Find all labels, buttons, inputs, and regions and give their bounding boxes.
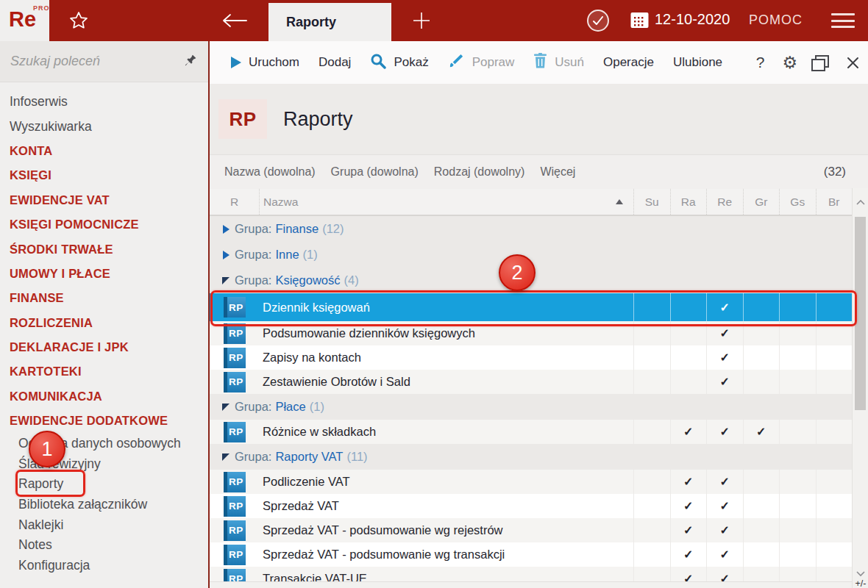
sidebar-item-komunikacja[interactable]: KOMUNIKACJA xyxy=(0,384,208,409)
sidebar-item-wyszukiwarka[interactable]: Wyszukiwarka xyxy=(0,114,208,138)
favorites-button[interactable]: Ulubione xyxy=(664,41,732,84)
help-menu[interactable]: POMOC xyxy=(749,12,803,28)
help-button[interactable]: ? xyxy=(747,54,774,71)
run-button[interactable]: Uruchom xyxy=(221,41,309,84)
sidebar-item-finanse[interactable]: FINANSE xyxy=(0,286,208,310)
horizontal-scrollbar[interactable] xyxy=(210,581,852,588)
cell-su xyxy=(633,542,670,567)
sidebar-item-srodki-trwale[interactable]: ŚRODKI TRWAŁE xyxy=(0,237,208,261)
add-button[interactable]: Dodaj xyxy=(309,41,360,84)
vertical-scrollbar[interactable]: +/- xyxy=(852,188,868,588)
group-row-inne[interactable]: Grupa:Inne(1) xyxy=(210,242,868,268)
sync-status-icon[interactable] xyxy=(587,10,609,32)
hamburger-menu-icon[interactable] xyxy=(831,13,855,28)
calendar-icon[interactable] xyxy=(630,12,649,32)
edit-button[interactable]: Popraw xyxy=(438,41,524,84)
sidebar-item-ksiegi-pomocnicze[interactable]: KSIĘGI POMOCNICZE xyxy=(0,212,208,237)
column-header-gs[interactable]: Gs xyxy=(779,189,816,215)
close-icon[interactable] xyxy=(838,57,868,69)
cell-ra xyxy=(670,370,707,394)
favorites-star-icon[interactable] xyxy=(68,10,89,31)
cell-re: ✓ xyxy=(706,370,743,394)
collapse-group-icon[interactable] xyxy=(217,404,235,411)
filter-more[interactable]: Więcej xyxy=(540,165,575,179)
pin-icon[interactable] xyxy=(183,53,198,71)
magnifier-icon xyxy=(370,53,386,73)
new-tab-plus-icon[interactable] xyxy=(410,10,433,32)
report-row-zestawienie-obrotow-i-sald[interactable]: RPZestawienie Obrotów i Sald✓ xyxy=(210,370,868,394)
sidebar-item-infoserwis[interactable]: Infoserwis xyxy=(0,90,208,114)
filter-name[interactable]: Nazwa (dowolna) xyxy=(224,165,316,179)
cell-re: ✓ xyxy=(706,518,743,542)
trash-icon xyxy=(533,53,547,72)
logo-pro-label: PRO xyxy=(33,5,50,12)
group-row-finanse[interactable]: Grupa:Finanse(12) xyxy=(210,216,868,242)
sidebar-item-kartoteki[interactable]: KARTOTEKI xyxy=(0,359,208,384)
back-arrow-icon[interactable] xyxy=(221,12,248,29)
column-header-ra[interactable]: Ra xyxy=(670,189,707,215)
column-header-su[interactable]: Su xyxy=(633,189,670,215)
report-name: Różnice w składkach xyxy=(259,425,633,439)
group-row-ksiegowosc[interactable]: Grupa:Księgowość(4) xyxy=(210,268,868,293)
sort-ascending-icon[interactable] xyxy=(616,199,623,204)
operations-button[interactable]: Operacje xyxy=(594,41,664,84)
collapse-group-icon[interactable] xyxy=(217,453,235,461)
expand-group-icon[interactable] xyxy=(217,251,235,259)
column-header-gr[interactable]: Gr xyxy=(743,189,780,215)
report-row-podliczenie-vat[interactable]: RPPodliczenie VAT✓✓ xyxy=(210,470,868,494)
delete-button[interactable]: Usuń xyxy=(524,41,594,84)
report-type-icon: RP xyxy=(224,348,246,368)
cell-re: ✓ xyxy=(706,345,743,370)
record-count: (32) xyxy=(824,165,868,179)
cell-su xyxy=(633,345,670,370)
report-row-roznice-w-skladkach[interactable]: RPRóżnice w składkach✓✓✓ xyxy=(210,420,868,444)
sidebar-item-ksiegi[interactable]: KSIĘGI xyxy=(0,163,208,187)
sidebar-item-umowy-i-place[interactable]: UMOWY I PŁACE xyxy=(0,262,208,286)
report-type-icon: RP xyxy=(224,520,246,541)
filter-group[interactable]: Grupa (dowolna) xyxy=(331,165,419,179)
cell-br xyxy=(816,494,853,518)
report-name: Sprzedaż VAT - podsumowanie wg transakcj… xyxy=(259,548,633,562)
collapse-group-icon[interactable] xyxy=(217,277,235,284)
top-bar: RePRO Raporty 12-10-2020 POMOC xyxy=(0,0,868,41)
sidebar-item-konfiguracja[interactable]: Konfiguracja xyxy=(0,556,208,576)
group-row-place[interactable]: Grupa:Płace(1) xyxy=(210,394,868,420)
current-date[interactable]: 12-10-2020 xyxy=(655,11,730,28)
report-row-sprzedaz-vat-podsumowanie-wg-transakcji[interactable]: RPSprzedaż VAT - podsumowanie wg transak… xyxy=(210,542,868,567)
module-badge: RP xyxy=(218,99,267,139)
cell-su xyxy=(633,518,670,542)
cell-gr xyxy=(743,542,780,567)
column-header-re[interactable]: Re xyxy=(706,189,743,215)
scroll-up-icon[interactable] xyxy=(855,197,867,209)
column-header-r[interactable]: R xyxy=(210,189,259,215)
sidebar-item-konta[interactable]: KONTA xyxy=(0,139,208,163)
cell-gs xyxy=(779,420,816,444)
page-title: Raporty xyxy=(283,108,353,131)
sidebar-item-ewidencje-dodatkowe[interactable]: EWIDENCJE DODATKOWE xyxy=(0,409,208,433)
expand-group-icon[interactable] xyxy=(217,225,235,234)
sidebar-item-notes[interactable]: Notes xyxy=(0,535,208,556)
column-header-br[interactable]: Br xyxy=(816,189,853,215)
show-button[interactable]: Pokaż xyxy=(360,41,438,84)
cell-gs xyxy=(779,542,816,567)
sidebar-item-rozliczenia[interactable]: ROZLICZENIA xyxy=(0,311,208,335)
gear-icon[interactable]: ⚙ xyxy=(773,54,806,71)
report-row-sprzedaz-vat-podsumowanie-wg-rejestrow[interactable]: RPSprzedaż VAT - podsumowanie wg rejestr… xyxy=(210,518,868,542)
grid-header: R Nazwa Su Ra Re Gr Gs Br xyxy=(210,189,868,216)
cascade-windows-icon[interactable] xyxy=(806,58,838,68)
scroll-down-icon[interactable] xyxy=(855,567,867,579)
sidebar-item-naklejki[interactable]: Naklejki xyxy=(0,514,208,535)
group-row-raporty-vat[interactable]: Grupa:Raporty VAT(11) xyxy=(210,444,868,470)
report-row-zapisy-na-kontach[interactable]: RPZapisy na kontach✓ xyxy=(210,345,868,370)
column-header-nazwa[interactable]: Nazwa xyxy=(263,196,298,209)
play-icon xyxy=(231,57,241,68)
tab-raporty[interactable]: Raporty xyxy=(268,3,391,41)
sidebar-item-biblioteka-zalacznikow[interactable]: Biblioteka załączników xyxy=(0,495,208,515)
sidebar-item-deklaracje-i-jpk[interactable]: DEKLARACJE I JPK xyxy=(0,335,208,359)
filter-kind[interactable]: Rodzaj (dowolny) xyxy=(434,165,525,179)
cell-su xyxy=(633,370,670,394)
command-search-input[interactable]: Szukaj poleceń xyxy=(0,41,208,82)
cell-re: ✓ xyxy=(706,494,743,518)
report-row-sprzedaz-vat[interactable]: RPSprzedaż VAT✓✓ xyxy=(210,494,868,518)
sidebar-item-ewidencje-vat[interactable]: EWIDENCJE VAT xyxy=(0,188,208,212)
